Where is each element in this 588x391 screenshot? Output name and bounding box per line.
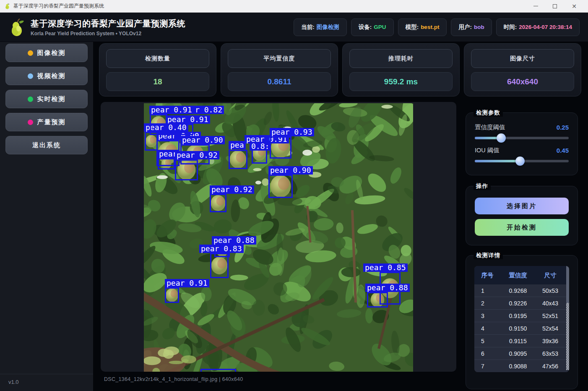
detection-label: r 0.82	[193, 106, 224, 114]
detection-box	[150, 114, 167, 135]
slider-row: IOU 阈值0.45	[475, 146, 569, 154]
scrollbar-track[interactable]	[566, 303, 569, 370]
stat-label-text: 检测数量	[145, 55, 170, 63]
stat-value: 959.2 ms	[349, 72, 453, 91]
detection-label: pea	[229, 141, 246, 149]
sidebar-item-1[interactable]: 图像检测	[5, 44, 88, 62]
table-cell: 47x56	[536, 363, 565, 370]
stat-card: 推理耗时959.2 ms	[342, 43, 460, 96]
table-cell: 7	[474, 363, 500, 370]
stat-value-text: 18	[153, 77, 162, 86]
detection-label: pear 0.91	[165, 279, 209, 287]
header-titles: 基于深度学习的香梨产业园产量预测系统 Korla Pear Yield Pred…	[31, 18, 185, 36]
actions-group: 操作 选择图片开始检测	[466, 186, 578, 245]
slider-2[interactable]	[475, 156, 569, 166]
table-row[interactable]: 30.919552x51	[474, 310, 569, 322]
sidebar-item-label: 退出系统	[32, 141, 61, 149]
close-icon[interactable]: ✕	[565, 0, 584, 12]
badge-prefix: 用户:	[458, 23, 472, 31]
app-header: 基于深度学习的香梨产业园产量预测系统 Korla Pear Yield Pred…	[0, 13, 588, 42]
stat-card: 平均置信度0.8611	[221, 43, 338, 96]
detection-box	[270, 136, 291, 159]
select-image-button[interactable]: 选择图片	[475, 198, 569, 214]
detection-box	[210, 194, 226, 212]
table-cell: 0.9150	[500, 325, 536, 332]
detection-box	[367, 292, 388, 308]
sliders: 置信度阈值0.25IOU 阈值0.45	[475, 123, 569, 166]
stat-label: 图像尺寸	[471, 49, 574, 68]
slider-label: IOU 阈值	[475, 146, 500, 154]
table-row[interactable]: 10.926850x53	[474, 284, 569, 297]
table-scrollbar[interactable]	[566, 266, 569, 372]
table-row[interactable]: 50.911539x36	[474, 335, 569, 347]
minimize-icon[interactable]	[526, 0, 545, 12]
sidebar-item-label: 图像检测	[37, 49, 66, 57]
sidebar-item-dot	[28, 96, 33, 102]
table-row[interactable]: 60.909563x53	[474, 347, 569, 360]
status-badges: 当前:图像检测设备:GPU模型:best.pt用户:bob时间:2026-04-…	[294, 18, 580, 36]
detection-details-title: 检测详情	[474, 252, 503, 259]
stat-value-text: 959.2 ms	[384, 77, 418, 86]
slider-fill	[475, 160, 520, 162]
image-filename: DSC_1364_12kv2r14k_4_1_horizontal_flip.j…	[104, 376, 243, 382]
detection-box	[200, 369, 236, 372]
status-badge: 用户:bob	[451, 18, 492, 36]
window-controls: ✕	[526, 0, 584, 12]
start-detection-button[interactable]: 开始检测	[475, 219, 569, 236]
sidebar-item-5[interactable]: 退出系统	[5, 136, 88, 154]
table-cell: 0.9268	[500, 287, 536, 294]
stat-value: 0.8611	[228, 72, 331, 91]
stat-label: 平均置信度	[228, 49, 331, 68]
slider-value: 0.45	[557, 147, 569, 154]
sidebar-item-dot	[28, 120, 33, 125]
table-header-cell: 序号	[474, 271, 500, 279]
sidebar-version: v1.0	[0, 374, 93, 391]
slider-1[interactable]	[475, 133, 569, 143]
table-row[interactable]: 70.908847x56	[474, 360, 569, 372]
slider-knob[interactable]	[497, 133, 506, 143]
sidebar: 图像检测视频检测实时检测产量预测退出系统v1.0	[0, 42, 93, 391]
actions-title: 操作	[474, 182, 491, 190]
stat-label-text: 平均置信度	[264, 55, 295, 63]
sidebar-item-4[interactable]: 产量预测	[5, 113, 88, 131]
badge-value: GPU	[374, 24, 386, 30]
stat-label: 检测数量	[106, 49, 209, 68]
pear-icon	[4, 3, 10, 9]
badge-value: bob	[474, 24, 484, 30]
table-cell: 4	[474, 325, 500, 332]
detection-box	[268, 175, 293, 198]
status-badge: 当前:图像检测	[294, 18, 347, 36]
sidebar-item-2[interactable]: 视频检测	[5, 67, 88, 85]
slider-label: 置信度阈值	[475, 123, 505, 131]
detection-box	[175, 159, 198, 180]
titlebar: 基于深度学习的香梨产业园产量预测系统 ✕	[0, 0, 588, 13]
window-title: 基于深度学习的香梨产业园产量预测系统	[13, 3, 104, 10]
sidebar-item-3[interactable]: 实时检测	[5, 90, 88, 108]
badge-prefix: 当前:	[301, 23, 315, 31]
badge-prefix: 设备:	[359, 23, 372, 31]
detection-label: pear 0.83	[199, 245, 244, 253]
slider-knob[interactable]	[515, 156, 525, 166]
table-cell: 0.9095	[500, 350, 536, 357]
pear-logo-icon	[8, 18, 25, 36]
slider-value: 0.25	[557, 124, 569, 131]
table-cell: 52x54	[536, 325, 565, 332]
detection-label: pear 0.88	[365, 284, 410, 292]
stat-card: 检测数量18	[99, 43, 216, 96]
table-row[interactable]: 20.922640x43	[474, 297, 569, 310]
sidebar-item-label: 实时检测	[37, 95, 66, 103]
stat-value-text: 0.8611	[267, 77, 291, 86]
scrollbar-thumb[interactable]	[566, 266, 569, 303]
badge-value: 图像检测	[317, 23, 339, 31]
status-badge: 模型:best.pt	[398, 18, 447, 36]
detection-box	[229, 150, 247, 169]
table-row[interactable]: 40.915052x54	[474, 322, 569, 335]
detection-image[interactable]: r 0.82pear 0.910.8:peapear 0.93pear 0.90…	[144, 103, 413, 372]
table-cell: 52x51	[536, 313, 565, 319]
detection-label: pear 0.92	[175, 151, 219, 159]
detection-box	[210, 253, 229, 278]
table-cell: 0.9088	[500, 363, 536, 370]
maximize-icon[interactable]	[545, 0, 565, 12]
stat-value: 640x640	[471, 72, 574, 91]
image-panel: r 0.82pear 0.910.8:peapear 0.93pear 0.90…	[101, 102, 456, 372]
